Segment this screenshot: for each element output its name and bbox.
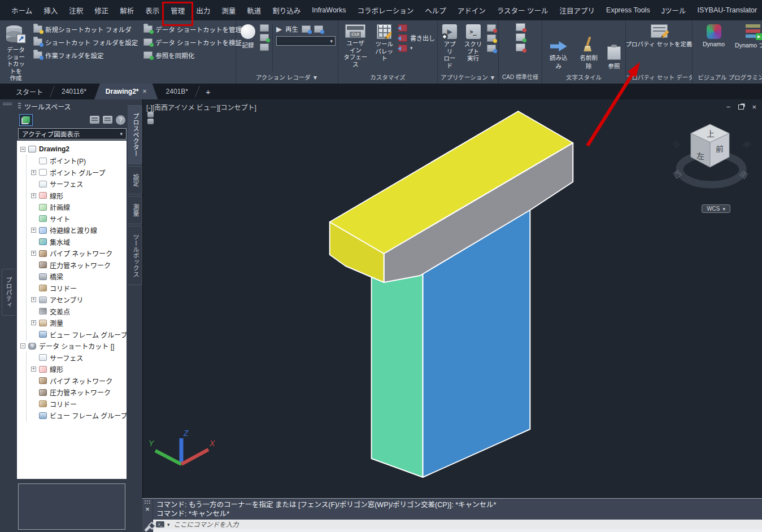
user-interface-button[interactable]: CUI ユーザ イン タフェース [341, 23, 370, 69]
toolspace-side-tab[interactable]: 測量 [128, 196, 142, 224]
menu-tab[interactable]: 表示 [140, 0, 165, 21]
menu-tab[interactable]: アドイン [452, 0, 491, 21]
view-cube[interactable]: 北 東 西 南 上 左 前 [669, 114, 754, 199]
panel-label-action-recorder[interactable]: アクション レコーダ ▼ [236, 72, 338, 84]
command-input[interactable] [173, 521, 759, 529]
file-tab-start[interactable]: スタート [8, 84, 51, 99]
tree-item[interactable]: 圧力管ネットワーク [31, 259, 127, 271]
tree-item[interactable]: サーフェス [31, 178, 127, 190]
menu-tab[interactable]: ホーム [6, 0, 38, 21]
tree-item[interactable]: + ポイント グループ [31, 167, 127, 178]
pause-prompt-icon[interactable] [260, 43, 269, 51]
file-tab-drawing2[interactable]: Drawing2* × [94, 84, 158, 99]
file-tab-240116[interactable]: 240116* [54, 84, 94, 99]
collapse-toggle[interactable] [20, 343, 25, 348]
menu-tab[interactable]: ヘルプ [419, 0, 452, 21]
close-tab-icon[interactable]: × [143, 88, 147, 95]
export-button[interactable]: 書き出し [398, 34, 435, 42]
active-drawing-view-button[interactable] [19, 114, 33, 126]
run-script-button[interactable]: スクリプト 実行 [461, 23, 485, 63]
expand-toggle[interactable]: + [31, 228, 36, 233]
tree-item[interactable]: + アセンブリ [31, 294, 127, 306]
expand-toggle[interactable]: + [31, 367, 36, 372]
menu-tab[interactable]: 測量 [216, 0, 241, 21]
restore-icon[interactable] [738, 104, 744, 110]
run-vba-macro-icon[interactable] [487, 45, 496, 52]
command-history[interactable]: コマンド: もう一方のコーナーを指定 または [フェンス(F)/ポリゴン窓(WP… [153, 499, 762, 520]
tree-item[interactable]: 圧力管ネットワーク [31, 387, 127, 399]
viewcube-left-label[interactable]: 左 [696, 151, 704, 162]
toolspace-grip[interactable] [18, 103, 21, 110]
insert-message-icon[interactable] [260, 24, 269, 32]
tree-item[interactable]: ビュー フレーム グループ [31, 329, 127, 341]
tree-item[interactable]: サイト [31, 213, 127, 225]
create-data-shortcut-button[interactable]: データ ショートカットを 作成 [2, 23, 29, 83]
new-shortcut-folder-button[interactable]: 新規ショートカット フォルダ [32, 23, 140, 35]
expand-toggle[interactable]: + [31, 170, 36, 175]
record-button[interactable]: 記録 [238, 23, 258, 50]
panel-label-cad-standards[interactable]: CAD 標準仕様 [499, 72, 542, 84]
menu-tab[interactable]: ISYBAU-Translator [691, 1, 762, 19]
viewcube-top-label[interactable]: 上 [707, 129, 715, 138]
reference-button[interactable]: 参照 [605, 45, 623, 71]
item-preview-toggle-icon[interactable] [90, 116, 99, 124]
menu-tab[interactable]: InfraWorks [306, 1, 351, 19]
tree-item[interactable]: 交差点 [31, 306, 127, 317]
panel-label-property-set[interactable]: プロパティ セット データ [626, 72, 692, 84]
isolate-objects-icon[interactable] [147, 112, 154, 117]
toolspace-side-tab[interactable]: 設定 [128, 166, 142, 194]
menu-tab[interactable]: 出力 [190, 0, 216, 21]
menu-tab[interactable]: 管理 [165, 0, 190, 21]
compass-north-label[interactable]: 北 [670, 138, 682, 150]
tree-item[interactable]: + 測量 [31, 317, 127, 329]
tree-item[interactable]: + 線形 [31, 364, 127, 376]
tree-item[interactable]: + パイプ ネットワーク [31, 248, 127, 260]
command-close-icon[interactable]: × [145, 505, 150, 514]
tree-item[interactable]: 集水域 [31, 236, 127, 248]
properties-palette-tab[interactable]: プロパティ [2, 269, 15, 316]
new-drawing-tab-button[interactable]: + [199, 84, 217, 99]
chevron-down-icon[interactable] [167, 522, 170, 527]
compass-east-label[interactable]: 東 [741, 139, 752, 150]
menu-tab[interactable]: 割り込み [267, 0, 306, 21]
annotation-monitor-icon[interactable] [147, 119, 154, 124]
action-macro-dropdown[interactable] [276, 36, 336, 46]
import-text-style-button[interactable]: 読み込み [545, 40, 573, 71]
tree-item[interactable]: + 待避線と渡り線 [31, 225, 127, 237]
menu-tab[interactable]: ラスター ツール [491, 0, 554, 21]
help-icon[interactable] [116, 115, 125, 125]
synchronize-references-button[interactable]: 参照を同期化 [142, 49, 243, 61]
visual-basic-icon[interactable] [487, 24, 496, 32]
validate-data-shortcuts-button[interactable]: データ ショートカットを検証 [142, 36, 243, 48]
import-cuix-icon[interactable] [398, 24, 407, 32]
menu-tab[interactable]: 挿入 [38, 0, 63, 21]
panel-display-icon[interactable] [103, 116, 112, 124]
manage-macros-icon[interactable] [314, 25, 323, 33]
expand-toggle[interactable]: + [31, 251, 36, 256]
play-icon[interactable] [276, 25, 282, 33]
palette-grip[interactable] [3, 103, 12, 105]
tree-root-data-shortcuts[interactable]: データ ショートカット [] [20, 341, 127, 352]
panel-label-text-style[interactable]: 文字スタイル [542, 72, 625, 84]
dynamo-button[interactable]: Dynamo [700, 23, 727, 49]
edit-aliases-button[interactable] [398, 44, 435, 52]
insert-action-icon[interactable] [260, 34, 269, 41]
expand-toggle[interactable]: + [31, 297, 36, 302]
tree-item[interactable]: 計画線 [31, 202, 127, 213]
menu-tab[interactable]: 軌道 [241, 0, 267, 21]
load-application-button[interactable]: アプリ ロード [440, 23, 459, 70]
tool-palettes-button[interactable]: ツール パレット [372, 23, 396, 63]
viewport-controls-label[interactable]: [-][南西アイソメ ビュー][コンセプト] [146, 102, 256, 112]
column-left-face[interactable] [372, 255, 423, 477]
preferences-icon[interactable] [302, 25, 311, 33]
menu-tab[interactable]: コラボレーション [352, 0, 420, 21]
tree-item[interactable]: コリドー [31, 398, 127, 410]
menu-tab[interactable]: Jツール [656, 0, 692, 21]
file-tab-2401b[interactable]: 2401B* [158, 84, 196, 99]
purge-names-button[interactable]: 名前削除 [575, 37, 603, 71]
drawing-viewport[interactable]: [-][南西アイソメ ビュー][コンセプト] − × 北 東 西 [142, 99, 762, 498]
toolspace-side-tab[interactable]: プロスペクター [128, 105, 142, 164]
dynamo-player-button[interactable]: Dynamo プレ [733, 23, 762, 50]
tree-root-drawing2[interactable]: Drawing2 [20, 143, 127, 155]
configure-standards-icon[interactable] [516, 23, 525, 31]
